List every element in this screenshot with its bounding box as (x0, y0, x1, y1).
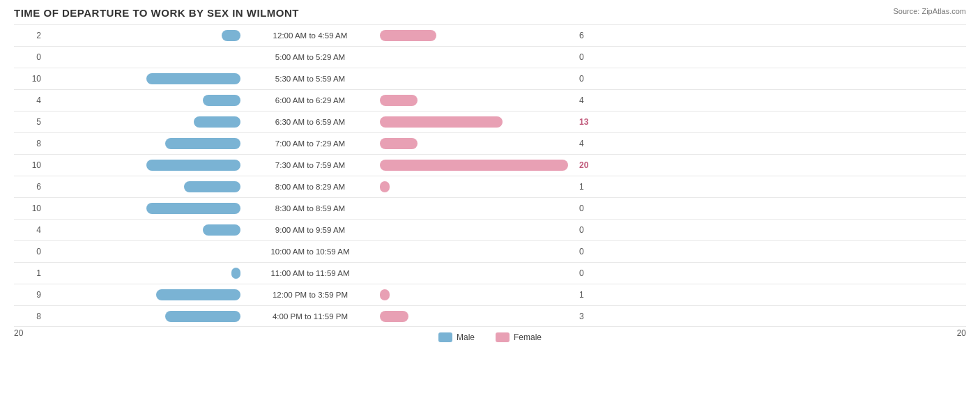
time-label: 7:00 AM to 7:29 AM (240, 139, 380, 148)
male-value: 9 (14, 290, 45, 300)
male-value: 4 (14, 225, 45, 235)
male-bar (184, 181, 240, 192)
female-bar-container (380, 268, 575, 279)
male-bar-container (45, 52, 240, 63)
chart-row: 5 6:30 AM to 6:59 AM 13 (14, 111, 966, 132)
chart-row: 6 8:00 AM to 8:29 AM 1 (14, 176, 966, 197)
source-text: Source: ZipAtlas.com (893, 7, 966, 15)
chart-area: 2 12:00 AM to 4:59 AM 6 0 5:00 AM to 5:2… (14, 24, 966, 327)
female-bar-container (380, 116, 575, 128)
female-bar-container (380, 52, 575, 63)
female-bar (380, 95, 418, 106)
male-bar (146, 203, 240, 214)
male-value: 6 (14, 182, 45, 192)
chart-row: 2 12:00 AM to 4:59 AM 6 (14, 24, 966, 46)
male-bar-container (45, 73, 240, 84)
female-bar-container (380, 138, 575, 149)
male-value: 10 (14, 74, 45, 84)
female-value: 0 (575, 52, 606, 62)
time-label: 6:00 AM to 6:29 AM (240, 96, 380, 105)
legend: Male Female (438, 332, 542, 342)
time-label: 10:00 AM to 10:59 AM (240, 247, 380, 256)
male-value: 0 (14, 247, 45, 256)
chart-row: 1 11:00 AM to 11:59 AM 0 (14, 262, 966, 284)
male-swatch (438, 332, 452, 342)
male-bar (146, 160, 240, 171)
female-bar (380, 160, 568, 171)
time-label: 5:30 AM to 5:59 AM (240, 75, 380, 83)
male-bar-container (45, 224, 240, 236)
female-value: 4 (575, 139, 606, 148)
male-value: 0 (14, 52, 45, 62)
male-bar-container (45, 160, 240, 171)
female-bar (380, 30, 436, 41)
male-bar (222, 30, 240, 41)
chart-row: 10 7:30 AM to 7:59 AM 20 (14, 154, 966, 176)
legend-female: Female (496, 332, 542, 342)
time-label: 4:00 PM to 11:59 PM (240, 312, 380, 321)
female-bar-container (380, 95, 575, 106)
female-bar (380, 181, 390, 192)
male-bar (231, 268, 241, 279)
female-bar-container (380, 311, 575, 322)
male-bar (156, 289, 241, 300)
male-bar-container (45, 138, 240, 149)
male-bar-container (45, 203, 240, 214)
female-value: 13 (575, 117, 606, 127)
time-label: 8:30 AM to 8:59 AM (240, 204, 380, 213)
male-bar-container (45, 268, 240, 279)
male-value: 10 (14, 204, 45, 213)
male-bar (146, 73, 240, 84)
male-value: 8 (14, 312, 45, 321)
female-bar (380, 138, 418, 149)
chart-row: 8 4:00 PM to 11:59 PM 3 (14, 305, 966, 327)
female-value: 1 (575, 290, 606, 300)
time-label: 12:00 AM to 4:59 AM (240, 31, 380, 40)
legend-male: Male (438, 332, 475, 342)
time-label: 7:30 AM to 7:59 AM (240, 161, 380, 169)
chart-row: 0 5:00 AM to 5:29 AM 0 (14, 46, 966, 68)
male-value: 2 (14, 31, 45, 40)
male-bar-container (45, 246, 240, 257)
female-bar (380, 289, 390, 300)
female-value: 0 (575, 204, 606, 213)
female-value: 0 (575, 247, 606, 256)
female-value: 20 (575, 160, 606, 170)
female-value: 6 (575, 31, 606, 40)
chart-row: 9 12:00 PM to 3:59 PM 1 (14, 284, 966, 305)
legend-male-label: Male (457, 332, 475, 342)
axis-left-value: 20 (14, 328, 240, 342)
chart-container: TIME OF DEPARTURE TO WORK BY SEX IN WILM… (0, 0, 980, 414)
male-value: 10 (14, 160, 45, 170)
bottom-axis: 20 Male Female 20 (14, 328, 966, 342)
female-bar-container (380, 224, 575, 236)
time-label: 6:30 AM to 6:59 AM (240, 118, 380, 126)
chart-row: 10 5:30 AM to 5:59 AM 0 (14, 68, 966, 89)
male-bar-container (45, 311, 240, 322)
female-bar (380, 311, 408, 322)
chart-title: TIME OF DEPARTURE TO WORK BY SEX IN WILM… (14, 7, 966, 19)
female-value: 0 (575, 225, 606, 235)
male-value: 4 (14, 95, 45, 105)
legend-female-label: Female (514, 332, 542, 342)
male-bar-container (45, 95, 240, 106)
female-bar-container (380, 289, 575, 300)
female-swatch (496, 332, 510, 342)
male-bar-container (45, 116, 240, 128)
male-bar (165, 311, 240, 322)
female-value: 4 (575, 95, 606, 105)
time-label: 12:00 PM to 3:59 PM (240, 291, 380, 299)
chart-row: 4 6:00 AM to 6:29 AM 4 (14, 89, 966, 111)
male-value: 8 (14, 139, 45, 148)
female-bar-container (380, 181, 575, 192)
female-bar-container (380, 203, 575, 214)
legend-area: Male Female (240, 328, 740, 342)
female-value: 3 (575, 312, 606, 321)
female-value: 1 (575, 182, 606, 192)
male-bar (165, 138, 240, 149)
female-bar-container (380, 30, 575, 41)
male-bar (203, 95, 240, 106)
chart-row: 0 10:00 AM to 10:59 AM 0 (14, 240, 966, 262)
male-bar-container (45, 30, 240, 41)
time-label: 5:00 AM to 5:29 AM (240, 53, 380, 61)
